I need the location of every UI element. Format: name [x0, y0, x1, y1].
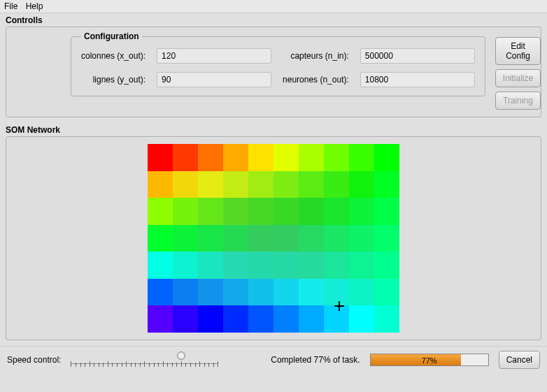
som-cell: [349, 252, 374, 279]
speed-slider[interactable]: [71, 351, 218, 368]
som-cell: [374, 171, 399, 198]
colonnes-label: colonnes (x_out):: [81, 51, 145, 61]
som-cell: [299, 144, 324, 171]
slider-thumb-icon[interactable]: [177, 351, 185, 360]
som-cell: [299, 279, 324, 306]
progress-percent-label: 77%: [371, 354, 488, 365]
progress-text: Completed 77% of task.: [271, 355, 360, 365]
som-cell: [198, 225, 223, 252]
som-cell: [198, 279, 223, 306]
progress-bar: 77%: [370, 354, 489, 366]
som-cell: [198, 171, 223, 198]
som-cell: [274, 279, 299, 306]
controls-title: Controlls: [0, 13, 547, 25]
som-cell: [324, 305, 349, 333]
som-cell: [223, 252, 248, 279]
neurones-input[interactable]: [360, 72, 475, 87]
som-cell: [223, 225, 248, 252]
som-group: [6, 136, 541, 340]
som-cell: [248, 144, 274, 171]
som-cell: [374, 144, 399, 171]
initialize-button: Initialize: [495, 69, 541, 87]
som-cell: [274, 225, 299, 252]
som-cell: [248, 171, 274, 198]
som-cell: [274, 305, 299, 333]
som-cell: [274, 198, 299, 225]
status-bar: Speed control: Completed 77% of task. 77…: [0, 346, 547, 373]
som-cell: [324, 252, 349, 279]
som-cell: [299, 305, 324, 333]
som-cell: [173, 225, 198, 252]
som-cell: [374, 305, 399, 333]
som-cell: [148, 252, 173, 279]
som-cell: [173, 305, 198, 333]
som-cell: [324, 198, 349, 225]
colonnes-input[interactable]: [157, 48, 271, 64]
som-cell: [274, 252, 299, 279]
som-cell: [324, 225, 349, 252]
som-cell: [173, 144, 198, 171]
som-cell: [148, 305, 173, 333]
som-cell: [324, 144, 349, 171]
som-cell: [299, 225, 324, 252]
som-cell: [148, 279, 173, 306]
som-cell: [248, 198, 274, 225]
som-title: SOM Network: [0, 123, 547, 135]
capteurs-label: capteurs (n_in):: [283, 51, 349, 61]
menu-file[interactable]: File: [4, 1, 17, 11]
menu-bar: File Help: [0, 0, 547, 13]
som-cell: [349, 305, 374, 333]
som-cell: [173, 171, 198, 198]
som-cell: [248, 225, 274, 252]
speed-control-label: Speed control:: [7, 355, 61, 365]
som-cell: [148, 171, 173, 198]
side-buttons: Edit Config Initialize Training: [495, 31, 541, 110]
som-cell: [248, 279, 274, 306]
configuration-legend: Configuration: [81, 31, 142, 41]
som-cell: [274, 144, 299, 171]
som-cell: [173, 252, 198, 279]
som-cell: [324, 279, 349, 306]
som-cell: [299, 252, 324, 279]
som-cell: [349, 225, 374, 252]
som-cell: [274, 171, 299, 198]
edit-config-button[interactable]: Edit Config: [495, 37, 541, 65]
som-cell: [374, 225, 399, 252]
som-cell: [148, 198, 173, 225]
som-cell: [223, 279, 248, 306]
cancel-button[interactable]: Cancel: [499, 351, 540, 369]
neurones-label: neurones (n_out):: [283, 75, 349, 85]
som-cell: [299, 198, 324, 225]
som-cell: [374, 198, 399, 225]
som-cell: [198, 252, 223, 279]
controls-group: Configuration colonnes (x_out): capteurs…: [6, 27, 541, 117]
som-cell: [248, 305, 274, 333]
som-cell: [198, 144, 223, 171]
som-cell: [374, 279, 399, 306]
som-cell: [148, 225, 173, 252]
configuration-fieldset: Configuration colonnes (x_out): capteurs…: [71, 31, 485, 96]
som-cell: [173, 279, 198, 306]
training-button: Training: [495, 92, 541, 110]
som-cell: [349, 198, 374, 225]
lignes-label: lignes (y_out):: [81, 75, 145, 85]
som-cell: [148, 144, 173, 171]
som-cell: [324, 171, 349, 198]
som-cell: [374, 252, 399, 279]
lignes-input[interactable]: [157, 72, 271, 87]
som-cell: [223, 171, 248, 198]
som-cell: [223, 144, 248, 171]
som-cell: [349, 171, 374, 198]
som-cell: [349, 144, 374, 171]
som-cell: [198, 305, 223, 333]
som-cell: [349, 279, 374, 306]
som-cell: [173, 198, 198, 225]
som-canvas: [148, 144, 399, 333]
som-cell: [198, 198, 223, 225]
menu-help[interactable]: Help: [26, 1, 43, 11]
som-cell: [248, 252, 274, 279]
som-cell: [223, 305, 248, 333]
som-cell: [223, 198, 248, 225]
som-cell: [299, 171, 324, 198]
capteurs-input[interactable]: [360, 48, 475, 64]
